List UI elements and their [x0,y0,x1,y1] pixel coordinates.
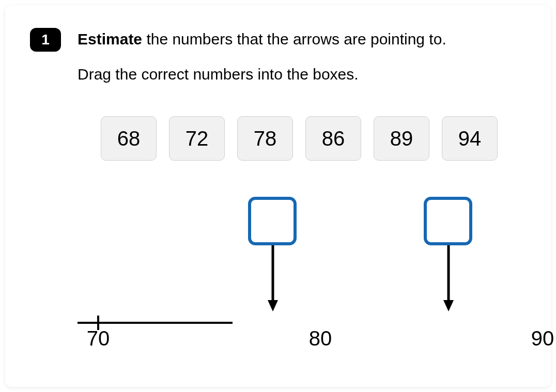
question-header: 1 Estimate the numbers that the arrows a… [30,28,526,85]
question-line-2: Drag the correct numbers into the boxes. [78,63,526,86]
question-line-1: Estimate the numbers that the arrows are… [78,28,526,51]
choice-tile[interactable]: 68 [101,116,157,161]
drop-target-1[interactable] [248,197,297,245]
choice-tile[interactable]: 78 [237,116,293,161]
question-bold-word: Estimate [78,30,142,48]
drop-target-2[interactable] [424,197,472,245]
number-line-diagram: 70 80 90 [78,197,516,362]
tick-label: 80 [309,327,332,350]
arrow-down-icon [268,245,278,312]
answer-choices-row: 68 72 78 86 89 94 [78,116,521,161]
arrow-down-icon [443,245,454,312]
choice-tile[interactable]: 94 [442,116,498,161]
svg-marker-3 [443,300,454,311]
choice-label: 89 [390,127,413,150]
choice-label: 72 [186,127,209,150]
choice-label: 86 [322,127,345,150]
tick-label: 90 [531,327,554,350]
question-number-text: 1 [41,32,50,48]
choice-tile[interactable]: 86 [305,116,361,161]
question-card: 1 Estimate the numbers that the arrows a… [5,5,551,387]
question-text: Estimate the numbers that the arrows are… [78,28,526,85]
tick-label: 70 [87,327,110,350]
choice-label: 78 [254,127,277,150]
choice-label: 94 [458,127,482,150]
question-line1-rest: the numbers that the arrows are pointing… [142,30,446,48]
question-number-badge: 1 [30,28,61,52]
svg-marker-1 [268,300,278,311]
choice-tile[interactable]: 89 [374,116,429,161]
choice-label: 68 [117,127,141,150]
choice-tile[interactable]: 72 [169,116,225,161]
